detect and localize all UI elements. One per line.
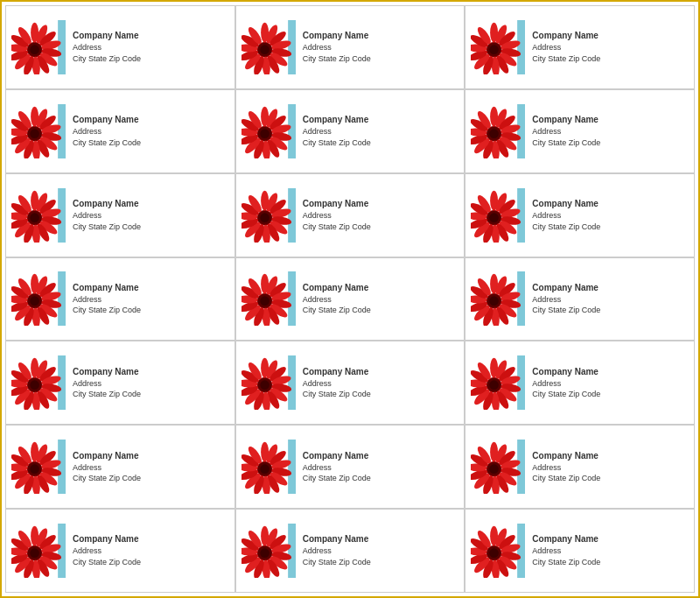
flower-decoration — [471, 188, 525, 243]
label-cell: Company NameAddressCity State Zip Code — [5, 509, 235, 593]
svg-rect-90 — [517, 104, 525, 158]
label-address: Address — [532, 545, 600, 557]
flower-decoration — [11, 524, 66, 578]
label-text-block: Company NameAddressCity State Zip Code — [73, 533, 141, 567]
label-address: Address — [303, 294, 371, 306]
svg-rect-288 — [288, 440, 296, 494]
label-text-block: Company NameAddressCity State Zip Code — [532, 450, 600, 484]
label-text-block: Company NameAddressCity State Zip Code — [303, 450, 371, 484]
flower-decoration — [11, 440, 66, 494]
label-text-block: Company NameAddressCity State Zip Code — [303, 198, 371, 232]
label-text-block: Company NameAddressCity State Zip Code — [303, 30, 371, 64]
svg-rect-342 — [288, 524, 296, 578]
label-city-state-zip: City State Zip Code — [73, 557, 141, 568]
label-cell: Company NameAddressCity State Zip Code — [235, 5, 466, 89]
svg-rect-54 — [58, 104, 66, 158]
label-text-block: Company NameAddressCity State Zip Code — [532, 366, 600, 400]
label-city-state-zip: City State Zip Code — [532, 222, 600, 233]
svg-rect-324 — [58, 524, 66, 578]
label-cell: Company NameAddressCity State Zip Code — [235, 509, 466, 593]
label-company-name: Company Name — [303, 30, 371, 42]
label-cell: Company NameAddressCity State Zip Code — [235, 425, 466, 509]
label-city-state-zip: City State Zip Code — [532, 557, 600, 568]
svg-point-197 — [260, 297, 270, 306]
label-company-name: Company Name — [532, 282, 600, 294]
label-cell: Company NameAddressCity State Zip Code — [235, 257, 466, 341]
label-text-block: Company NameAddressCity State Zip Code — [532, 114, 600, 148]
flower-decoration — [242, 440, 296, 494]
label-address: Address — [303, 462, 371, 474]
label-address: Address — [532, 210, 600, 222]
label-company-name: Company Name — [73, 114, 141, 126]
svg-rect-144 — [517, 188, 525, 243]
label-city-state-zip: City State Zip Code — [303, 53, 371, 65]
label-company-name: Company Name — [532, 533, 600, 545]
label-address: Address — [73, 210, 141, 222]
svg-point-71 — [30, 129, 39, 138]
svg-rect-306 — [517, 440, 525, 494]
svg-point-107 — [490, 129, 500, 138]
flower-decoration — [471, 355, 525, 410]
flower-decoration — [242, 524, 296, 578]
svg-point-305 — [260, 465, 270, 475]
svg-point-215 — [490, 297, 500, 306]
svg-point-377 — [490, 548, 500, 558]
label-city-state-zip: City State Zip Code — [532, 53, 600, 65]
label-company-name: Company Name — [532, 114, 600, 126]
label-text-block: Company NameAddressCity State Zip Code — [532, 533, 600, 567]
flower-decoration — [242, 104, 296, 158]
label-cell: Company NameAddressCity State Zip Code — [5, 5, 235, 89]
label-address: Address — [532, 378, 600, 390]
flower-decoration — [242, 188, 296, 243]
label-cell: Company NameAddressCity State Zip Code — [465, 341, 695, 425]
label-city-state-zip: City State Zip Code — [73, 305, 141, 316]
svg-point-179 — [30, 297, 39, 306]
svg-rect-0 — [58, 20, 66, 74]
svg-rect-234 — [288, 355, 296, 410]
label-city-state-zip: City State Zip Code — [303, 137, 371, 149]
label-company-name: Company Name — [532, 366, 600, 378]
flower-decoration — [11, 355, 66, 410]
svg-point-161 — [490, 213, 500, 222]
label-address: Address — [532, 126, 600, 137]
flower-decoration — [471, 20, 525, 74]
label-city-state-zip: City State Zip Code — [73, 137, 141, 149]
svg-rect-108 — [58, 188, 66, 243]
flower-decoration — [11, 188, 66, 243]
label-cell: Company NameAddressCity State Zip Code — [5, 89, 235, 173]
svg-rect-72 — [288, 104, 296, 158]
label-text-block: Company NameAddressCity State Zip Code — [303, 282, 371, 316]
label-text-block: Company NameAddressCity State Zip Code — [73, 450, 141, 484]
label-address: Address — [303, 545, 371, 557]
label-city-state-zip: City State Zip Code — [303, 222, 371, 233]
label-cell: Company NameAddressCity State Zip Code — [235, 173, 466, 257]
svg-rect-216 — [58, 355, 66, 410]
svg-point-287 — [30, 465, 39, 475]
label-city-state-zip: City State Zip Code — [532, 137, 600, 149]
label-cell: Company NameAddressCity State Zip Code — [235, 89, 466, 173]
flower-decoration — [242, 20, 296, 74]
label-address: Address — [532, 42, 600, 53]
label-cell: Company NameAddressCity State Zip Code — [465, 173, 695, 257]
flower-decoration — [471, 271, 525, 326]
svg-point-251 — [260, 381, 270, 390]
label-cell: Company NameAddressCity State Zip Code — [465, 257, 695, 341]
label-company-name: Company Name — [73, 450, 141, 462]
label-cell: Company NameAddressCity State Zip Code — [235, 341, 466, 425]
label-text-block: Company NameAddressCity State Zip Code — [73, 198, 141, 232]
label-company-name: Company Name — [303, 282, 371, 294]
label-city-state-zip: City State Zip Code — [303, 305, 371, 316]
label-company-name: Company Name — [73, 198, 141, 210]
label-cell: Company NameAddressCity State Zip Code — [465, 89, 695, 173]
svg-point-89 — [260, 129, 270, 138]
label-city-state-zip: City State Zip Code — [303, 389, 371, 400]
label-cell: Company NameAddressCity State Zip Code — [5, 173, 235, 257]
svg-rect-36 — [517, 20, 525, 74]
flower-decoration — [11, 104, 66, 158]
label-text-block: Company NameAddressCity State Zip Code — [73, 30, 141, 64]
svg-point-143 — [260, 213, 270, 222]
label-address: Address — [303, 42, 371, 53]
label-text-block: Company NameAddressCity State Zip Code — [532, 30, 600, 64]
label-address: Address — [303, 126, 371, 137]
label-cell: Company NameAddressCity State Zip Code — [465, 425, 695, 509]
